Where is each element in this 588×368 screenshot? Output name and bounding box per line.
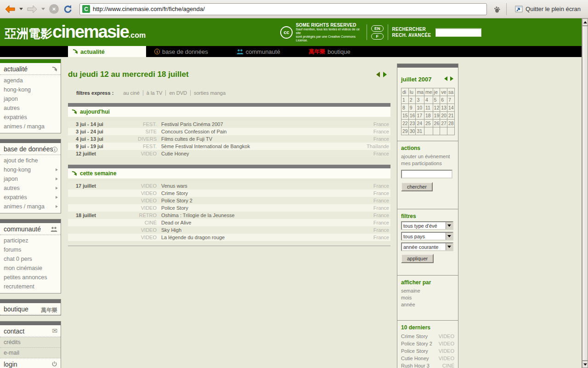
- filter-a-la-tv[interactable]: à la TV: [143, 90, 166, 96]
- chercher-button[interactable]: chercher: [401, 182, 433, 191]
- sidebar-title-contact[interactable]: contact ✉: [0, 325, 61, 337]
- sidebar-item-expatries[interactable]: expatriés: [0, 113, 61, 122]
- calendar-day[interactable]: 1: [401, 96, 409, 104]
- calendar-day[interactable]: 3: [416, 96, 424, 104]
- sidebar-title-boutique[interactable]: boutique 萬年樂: [0, 303, 61, 315]
- sidebar-item-forums[interactable]: forums: [0, 245, 61, 254]
- event-row[interactable]: 17 juilletVIDEOVenus warsFrance: [68, 182, 390, 190]
- recent-item[interactable]: VIDEOPolice Story 2: [401, 340, 454, 347]
- sidebar-item-db-hong-kong[interactable]: hong-kong: [0, 165, 61, 174]
- calendar-day[interactable]: 29: [401, 127, 409, 135]
- url-bar[interactable]: C: [79, 3, 487, 15]
- sidebar-item-japon[interactable]: japon: [0, 94, 61, 104]
- scrollbar-thumb[interactable]: [582, 26, 588, 361]
- sidebar-item-email[interactable]: e-mail: [0, 348, 61, 358]
- event-row[interactable]: VIDEOPolice StoryFrance: [68, 204, 390, 212]
- sidebar-item-ajout-de-fiche[interactable]: ajout de fiche: [0, 156, 61, 165]
- country-select[interactable]: tous pays: [401, 232, 453, 241]
- calendar-day[interactable]: 12: [433, 104, 440, 112]
- stop-button[interactable]: ×: [48, 2, 60, 16]
- calendar-day[interactable]: 8: [401, 104, 409, 112]
- calendar-day[interactable]: 23: [408, 120, 416, 127]
- sidebar-item-recrutement[interactable]: recrutement: [0, 282, 61, 291]
- lang-fr-button[interactable]: F: [371, 33, 384, 40]
- filter-sorties-manga[interactable]: sorties manga: [191, 90, 229, 96]
- search-link[interactable]: RECHERCHER: [392, 26, 431, 32]
- calendar-day[interactable]: 13: [440, 104, 447, 112]
- sidebar-item-agenda[interactable]: agenda: [0, 76, 61, 85]
- forward-button[interactable]: [26, 2, 39, 16]
- advanced-search-link[interactable]: RECH. AVANCÉE: [392, 32, 431, 38]
- event-row[interactable]: VIDEOLa légende du dragon rougeFrance: [68, 234, 390, 241]
- sidebar-item-db-expatries[interactable]: expatriés: [0, 193, 61, 202]
- event-row[interactable]: 18 juilletRÉTROOshima : Trilogie de la J…: [68, 212, 390, 219]
- display-week-link[interactable]: semaine: [401, 288, 454, 294]
- event-row[interactable]: 12 juilletVIDEOCutie HoneyFrance: [68, 150, 390, 157]
- forward-history-dropdown[interactable]: [41, 8, 45, 10]
- url-input[interactable]: [93, 6, 484, 12]
- calendar-day[interactable]: 7: [447, 96, 454, 104]
- event-row[interactable]: 3 jui - 14 juiFEST.Festival Paris Cinéma…: [68, 121, 390, 128]
- sidebar-item-mon-cinemasie[interactable]: mon cinémasie: [0, 264, 61, 273]
- calendar-day[interactable]: 22: [401, 120, 409, 127]
- calendar-day[interactable]: [440, 127, 447, 135]
- calendar-day[interactable]: 9: [408, 104, 416, 112]
- calendar-day[interactable]: [424, 127, 433, 135]
- calendar-day[interactable]: 15: [401, 112, 409, 120]
- calendar-day[interactable]: 4: [424, 96, 433, 104]
- tab-communaute[interactable]: communauté: [232, 46, 285, 57]
- lang-en-button[interactable]: EN: [371, 25, 384, 32]
- back-button[interactable]: [4, 2, 17, 16]
- event-row[interactable]: 3 jui - 24 juiSITEConcours Confession of…: [68, 128, 390, 135]
- event-row[interactable]: VIDEOPolice Story 2France: [68, 197, 390, 204]
- year-select[interactable]: année courante: [401, 242, 453, 251]
- calendar-day[interactable]: 20: [440, 112, 447, 120]
- back-history-dropdown[interactable]: [19, 8, 23, 10]
- calendar-day[interactable]: 21: [447, 112, 454, 120]
- sidebar-title-actualite[interactable]: actualité: [0, 63, 61, 75]
- recent-item[interactable]: VIDEOPolice Story: [401, 347, 454, 355]
- sidebar-title-login[interactable]: login: [0, 358, 61, 368]
- sidebar-item-autres[interactable]: autres: [0, 104, 61, 113]
- sidebar-item-db-japon[interactable]: japon: [0, 174, 61, 184]
- header-search-input[interactable]: [435, 28, 481, 37]
- calendar-day[interactable]: 26: [433, 120, 440, 127]
- site-logo[interactable]: 亞洲電影 cinemasie .com: [5, 25, 146, 42]
- sidebar-title-base[interactable]: base de données i: [0, 143, 61, 155]
- add-event-link[interactable]: ajouter un évènement: [401, 153, 454, 160]
- previous-week-arrow[interactable]: [376, 72, 380, 77]
- calendar-day[interactable]: 2: [408, 96, 416, 104]
- calendar-day[interactable]: [433, 127, 440, 135]
- event-row[interactable]: 9 jui - 19 juiFEST.5ème Festival Interna…: [68, 143, 390, 150]
- my-participations-link[interactable]: mes participations: [401, 160, 454, 167]
- sidebar-item-db-autres[interactable]: autres: [0, 184, 61, 193]
- creative-commons-icon[interactable]: cc: [280, 26, 293, 39]
- sidebar-item-animes-manga[interactable]: animes / manga: [0, 122, 61, 131]
- calendar-day[interactable]: 6: [440, 96, 447, 104]
- display-month-link[interactable]: mois: [401, 294, 454, 301]
- recent-item[interactable]: CINÉRush Hour 3: [401, 362, 454, 368]
- sidebar-item-petites-annonces[interactable]: petites annonces: [0, 273, 61, 282]
- event-row[interactable]: VIDEOSky HighFrance: [68, 226, 390, 234]
- filter-au-cine[interactable]: au ciné: [120, 90, 143, 96]
- calendar-day[interactable]: 17: [416, 112, 424, 120]
- exit-fullscreen-button[interactable]: Quitter le plein écran: [511, 4, 584, 14]
- recent-item[interactable]: VIDEOCutie Honey: [401, 355, 454, 362]
- event-row[interactable]: CINÉDead or AliveFrance: [68, 219, 390, 226]
- sidebar-item-chat[interactable]: chat 0 pers: [0, 254, 61, 264]
- display-year-link[interactable]: année: [401, 301, 454, 308]
- vertical-scrollbar[interactable]: [582, 18, 588, 368]
- scroll-up-button[interactable]: [582, 18, 588, 26]
- calendar-next-arrow[interactable]: [450, 76, 453, 81]
- tab-boutique[interactable]: 萬年樂 boutique: [304, 46, 355, 57]
- event-row[interactable]: 4 jui - 13 juiDIVERSFilms cultes de Fuji…: [68, 135, 390, 143]
- reload-button[interactable]: [62, 2, 74, 16]
- next-week-arrow[interactable]: [383, 72, 387, 77]
- calendar-prev-arrow[interactable]: [444, 76, 447, 81]
- calendar-day[interactable]: 16: [408, 112, 416, 120]
- calendar-day[interactable]: 27: [440, 120, 447, 127]
- appliquer-button[interactable]: appliquer: [401, 254, 434, 263]
- calendar-day[interactable]: 28: [447, 120, 454, 127]
- sidebar-item-participez[interactable]: participez: [0, 236, 61, 245]
- event-type-select[interactable]: tous type d'évé: [401, 221, 453, 230]
